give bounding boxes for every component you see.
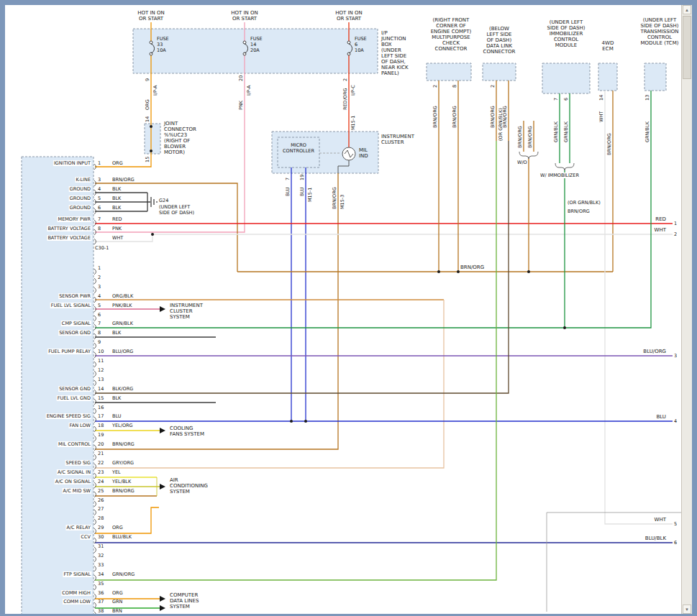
system-arrow-icon-0 (160, 306, 165, 312)
pin-bracket-icon (94, 519, 96, 525)
system-arrow-icon-2 (160, 484, 165, 489)
tcm-box (644, 63, 666, 91)
scroll-up-button[interactable]: ▲ (683, 5, 691, 14)
junction-dot-8 (304, 420, 307, 423)
junction-dot-7 (290, 420, 293, 423)
w-immobilizer-brace-icon (555, 163, 574, 170)
module-box-corner (547, 512, 682, 612)
system-arrow-icon-3 (160, 596, 165, 602)
joint-connector-box (145, 124, 160, 154)
wire-speed-sig (95, 300, 444, 468)
pin-bracket-icon (94, 436, 96, 441)
micro-controller-box (278, 137, 319, 167)
immobilizer-box (542, 63, 590, 93)
pin-bracket-icon (94, 556, 96, 562)
wiring-svg (5, 5, 682, 614)
pin-bracket-icon (94, 352, 96, 358)
junction-dot-5 (527, 270, 530, 273)
pin-bracket-icon (94, 612, 96, 614)
pin-bracket-icon (94, 547, 96, 553)
pin-bracket-icon (94, 380, 96, 386)
wo-brace-icon (519, 152, 538, 159)
vertical-scrollbar[interactable]: ▲ ▼ (681, 5, 692, 614)
fourwd-ecm-box (598, 63, 617, 91)
pin-bracket-icon (94, 482, 96, 488)
pin-bracket-icon (94, 278, 96, 284)
wire-ftp (95, 141, 496, 580)
junction-dot-0 (150, 125, 152, 128)
data-link-connector-box (483, 63, 516, 81)
junction-dot-3 (437, 270, 440, 273)
fuse-terminal-icon (243, 41, 246, 44)
pin-bracket-icon (94, 399, 96, 405)
pin-bracket-icon (94, 371, 96, 377)
pin-bracket-icon (94, 269, 96, 275)
system-arrow-icon-1 (160, 428, 165, 433)
wire-cmp (95, 91, 651, 328)
pin-bracket-icon (94, 220, 96, 226)
pin-bracket-icon (94, 426, 96, 432)
pin-bracket-icon (94, 334, 96, 339)
pin-bracket-icon (94, 566, 96, 571)
pin-bracket-icon (94, 324, 96, 330)
pin-bracket-icon (94, 362, 96, 367)
pin-bracket-icon (94, 501, 96, 507)
pin-bracket-icon (94, 288, 96, 293)
junction-box (133, 29, 378, 73)
fuse-terminal-icon (150, 41, 152, 44)
junction-dot-2 (151, 233, 154, 236)
wire-batt-wht (95, 234, 673, 242)
pin-bracket-icon (94, 454, 96, 460)
wiring-diagram: 1IGNITION INPUTORG3K-LINEBRN/ORG4GROUNDB… (5, 5, 682, 614)
junction-dot-1 (150, 150, 152, 152)
pin-bracket-icon (94, 602, 96, 608)
system-arrow-icon-4 (160, 605, 165, 611)
scroll-down-button[interactable]: ▼ (683, 604, 691, 614)
check-connector-box (427, 63, 471, 81)
ecm-box (22, 157, 94, 614)
diagram-window: 1IGNITION INPUTORG3K-LINEBRN/ORG4GROUNDB… (0, 0, 697, 616)
wire-4wd-wht (605, 91, 673, 524)
junction-dot-4 (457, 270, 460, 273)
fuse-terminal-icon (347, 41, 350, 44)
pin-bracket-icon (94, 584, 96, 590)
pin-bracket-icon (94, 343, 96, 349)
pin-bracket-icon (94, 445, 96, 451)
diagram-canvas: 1IGNITION INPUTORG3K-LINEBRN/ORG4GROUNDB… (5, 5, 682, 614)
wire-kline (95, 183, 237, 272)
wire-mil-control (95, 173, 338, 449)
pin-bracket-icon (94, 464, 96, 469)
pin-bracket-icon (94, 473, 96, 479)
wire-ac-relay (95, 507, 159, 533)
wire-batt-pnk (95, 55, 245, 232)
pin-bracket-icon (94, 316, 96, 321)
pin-bracket-icon (94, 408, 96, 414)
pin-bracket-icon (94, 390, 96, 395)
pin-bracket-icon (94, 492, 96, 497)
pin-bracket-icon (94, 417, 96, 423)
junction-dot-6 (563, 326, 566, 329)
pin-bracket-icon (94, 510, 96, 515)
scrollbar-thumb[interactable] (683, 16, 691, 79)
